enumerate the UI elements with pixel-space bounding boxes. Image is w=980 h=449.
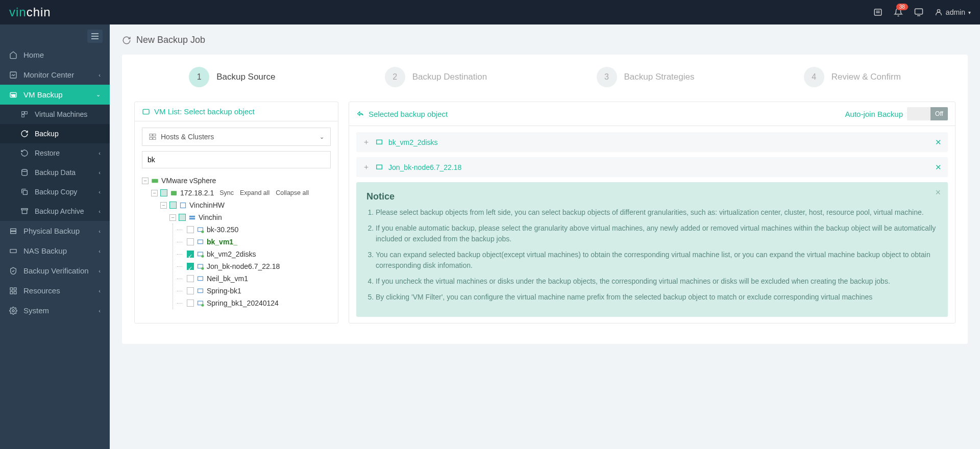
step-3[interactable]: 3Backup Strategies [597,67,695,87]
sidebar-item-restore[interactable]: Restore‹ [0,143,110,163]
vm-icon [197,300,204,307]
expand-icon[interactable]: ＋ [362,137,370,147]
vm-tree: − VMware vSphere − 172.18.2.1SyncExpand … [142,174,331,309]
vsphere-icon [151,177,159,185]
tree-toggle[interactable]: − [160,202,167,209]
svg-rect-29 [171,191,177,195]
tree-vm[interactable]: Jon_bk-node6.7_22.18 [207,260,280,272]
hosts-icon [149,133,157,141]
tree-toggle[interactable]: − [169,214,176,221]
sidebar-item-vmbackup[interactable]: VMVM Backup⌄ [0,85,110,105]
vm-icon [197,263,204,270]
svg-rect-17 [10,249,16,253]
close-icon[interactable]: × [935,187,941,198]
selected-title: Selected backup object [369,110,448,118]
sidebar-item-resources[interactable]: Resources‹ [0,281,110,301]
selected-item-name: Jon_bk-node6.7_22.18 [388,163,461,171]
cluster-icon [188,214,196,221]
host-icon [170,189,178,197]
svg-rect-3 [915,9,922,14]
selected-item: ＋ Jon_bk-node6.7_22.18 ✕ [356,157,948,177]
svg-rect-35 [198,240,203,244]
user-menu[interactable]: admin▾ [935,8,971,16]
vm-icon [142,108,150,116]
sidebar-item-backupdata[interactable]: Backup Data‹ [0,163,110,182]
tree-vm[interactable]: bk-30.250 [207,223,238,236]
sidebar-item-physical[interactable]: Physical Backup‹ [0,221,110,241]
svg-rect-20 [10,291,13,294]
svg-text:VM: VM [11,93,15,96]
tree-vm[interactable]: bk_vm2_2disks [207,248,256,260]
remove-button[interactable]: ✕ [935,163,942,172]
checkbox[interactable] [160,189,167,196]
expand-all-button[interactable]: Expand all [240,187,270,199]
sidebar-item-monitor[interactable]: Monitor Center‹ [0,65,110,85]
autojoin-label: Auto-join Backup [845,110,903,118]
notice-title: Notice [366,191,938,202]
svg-rect-32 [189,218,195,219]
tree-vm[interactable]: bk_vm1_ [207,236,237,248]
autojoin-toggle[interactable]: Off [907,107,948,120]
sidebar-item-backupcopy[interactable]: Backup Copy‹ [0,182,110,202]
sidebar-item-verify[interactable]: Backup Verification‹ [0,261,110,281]
sync-button[interactable]: Sync [219,187,234,199]
svg-point-22 [12,310,14,312]
checkbox[interactable] [187,287,194,294]
vm-icon [375,163,383,171]
svg-rect-21 [14,291,16,294]
svg-rect-28 [152,179,158,183]
sidebar-item-backuparchive[interactable]: Backup Archive‹ [0,202,110,221]
sidebar-item-system[interactable]: System‹ [0,301,110,320]
notice-item: If you enable automatic backup, please s… [376,223,938,244]
svg-point-5 [937,10,940,12]
svg-rect-13 [23,190,27,194]
search-input[interactable] [142,151,331,168]
sidebar-toggle[interactable] [87,30,103,43]
checkbox[interactable] [187,226,194,233]
tree-toggle[interactable]: − [142,178,149,184]
checkbox[interactable] [187,263,194,270]
tree-cluster[interactable]: Vinchin [199,211,222,223]
remove-button[interactable]: ✕ [935,138,942,147]
view-selector[interactable]: Hosts & Clusters⌄ [142,128,331,146]
tree-vm[interactable]: Spring_bk1_20240124 [207,297,279,309]
tree-toggle[interactable]: − [151,190,158,196]
monitor-icon[interactable] [914,8,923,17]
step-4[interactable]: 4Review & Confirm [804,67,901,87]
collapse-all-button[interactable]: Collapse all [276,187,309,199]
checkbox[interactable] [169,202,177,209]
checkbox[interactable] [187,238,194,245]
svg-point-43 [201,304,204,306]
step-2[interactable]: 2Backup Destination [385,67,487,87]
svg-rect-40 [198,277,203,281]
tree-vm[interactable]: Spring-bk1 [207,285,241,297]
datacenter-icon [179,202,187,209]
checkbox[interactable] [179,214,186,221]
list-icon[interactable] [873,8,883,17]
sidebar-item-backup[interactable]: Backup [0,124,110,143]
svg-rect-9 [22,112,24,114]
chevron-down-icon: ⌄ [96,91,101,98]
svg-rect-24 [150,134,152,136]
notice-item: By clicking 'VM Filter', you can configu… [376,292,938,303]
bell-icon[interactable]: 38 [894,8,903,17]
step-1[interactable]: 1Backup Source [189,67,275,87]
svg-rect-25 [153,134,156,136]
expand-icon[interactable]: ＋ [362,162,370,172]
sidebar-item-vms[interactable]: Virtual Machines [0,105,110,124]
tree-host[interactable]: 172.18.2.1 [180,187,214,199]
sidebar-item-home[interactable]: Home [0,45,110,65]
checkbox[interactable] [187,251,194,258]
sidebar-item-nas[interactable]: NAS Backup‹ [0,241,110,261]
checkbox[interactable] [187,300,194,307]
svg-rect-26 [150,137,152,139]
top-bar: vinchin 38 admin▾ [0,0,980,24]
tree-vm[interactable]: Neil_bk_vm1 [207,272,248,285]
checkbox[interactable] [187,275,194,282]
notice-box: × Notice Please select backup objects fr… [356,182,948,317]
svg-rect-45 [377,165,382,169]
svg-rect-14 [21,209,28,210]
notice-item: If you uncheck the virtual machines or d… [376,276,938,287]
tree-dc[interactable]: VinchinHW [189,199,225,211]
tree-root[interactable]: VMware vSphere [161,174,216,187]
